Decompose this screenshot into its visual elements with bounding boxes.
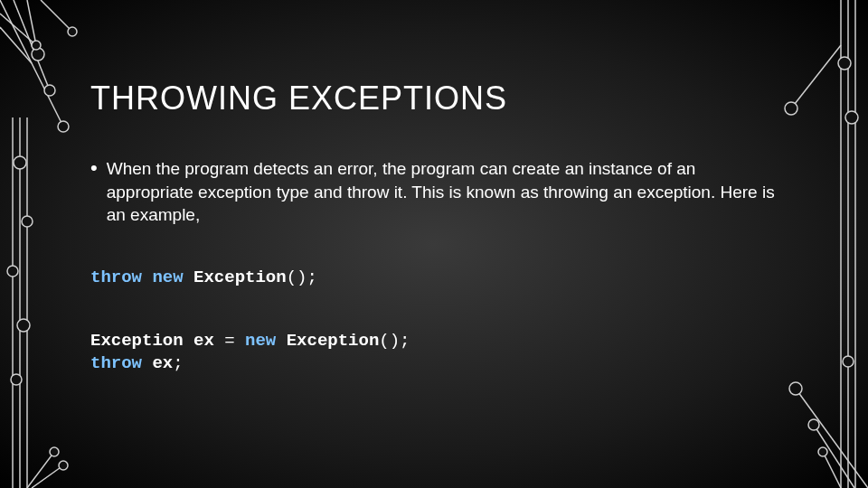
keyword-throw: throw (90, 353, 142, 373)
equals: = (224, 331, 234, 351)
svg-line-19 (27, 452, 54, 488)
var-name: ex (152, 353, 173, 373)
code-tail: (); (287, 267, 317, 287)
keyword-new: new (245, 331, 276, 351)
svg-line-30 (796, 389, 868, 488)
keyword-throw: throw (90, 267, 142, 287)
code-block-1: throw new Exception(); (90, 267, 778, 290)
svg-line-21 (32, 465, 63, 488)
keyword-new: new (152, 267, 183, 287)
var-name: ex (193, 331, 214, 351)
slide-content: THROWING EXCEPTIONS • When the program d… (0, 0, 868, 376)
bullet-dot-icon: • (90, 158, 98, 178)
svg-point-35 (818, 447, 827, 456)
code-block-2: Exception ex = new Exception(); throw ex… (90, 330, 778, 376)
code-tail: (); (379, 331, 410, 351)
class-name: Exception (287, 331, 380, 351)
class-name: Exception (193, 267, 287, 287)
svg-line-32 (814, 425, 854, 488)
semicolon: ; (173, 353, 183, 373)
svg-line-34 (823, 452, 841, 488)
svg-point-33 (808, 419, 819, 430)
svg-point-20 (50, 447, 59, 456)
svg-point-22 (59, 461, 68, 470)
class-name: Exception (90, 331, 184, 351)
bullet-text: When the program detects an error, the p… (107, 157, 778, 227)
slide-title: THROWING EXCEPTIONS (90, 80, 778, 117)
bullet-item: • When the program detects an error, the… (90, 157, 778, 227)
svg-point-31 (789, 382, 802, 395)
